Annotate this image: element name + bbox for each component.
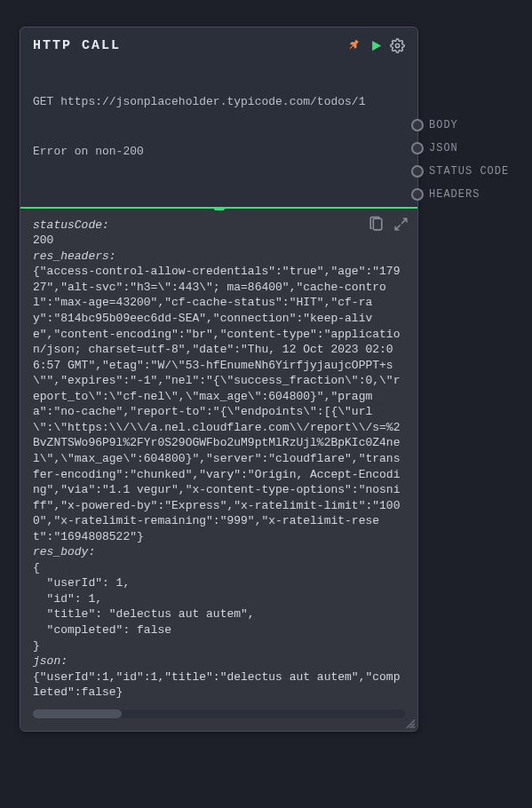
port-json[interactable]: JSON: [417, 142, 509, 154]
section-divider: [20, 205, 417, 210]
port-label: BODY: [429, 119, 458, 131]
resize-handle-icon[interactable]: [403, 717, 416, 729]
port-dot-icon[interactable]: [411, 142, 424, 154]
port-headers[interactable]: HEADERS: [417, 188, 509, 201]
horizontal-scrollbar[interactable]: [33, 709, 405, 718]
port-dot-icon[interactable]: [411, 165, 424, 178]
res-body-value: { "userId": 1, "id": 1, "title": "delect…: [33, 560, 401, 654]
output-body: statusCode: 200 res_headers: {"access-co…: [33, 218, 405, 701]
node-config[interactable]: GET https://jsonplaceholder.typicode.com…: [20, 57, 417, 205]
gear-icon[interactable]: [390, 38, 405, 53]
svg-point-0: [395, 44, 399, 47]
node-title: HTTP CALL: [33, 38, 340, 53]
pin-icon[interactable]: [347, 38, 362, 53]
port-dot-icon[interactable]: [411, 188, 424, 201]
scrollbar-thumb[interactable]: [33, 709, 122, 718]
port-label: HEADERS: [429, 188, 480, 201]
port-status-code[interactable]: STATUS CODE: [417, 165, 509, 178]
port-dot-icon[interactable]: [411, 119, 424, 131]
port-label: STATUS CODE: [429, 165, 509, 178]
clipboard-icon[interactable]: [368, 216, 385, 233]
json-value: {"userId":1,"id":1,"title":"delectus aut…: [33, 669, 401, 701]
http-call-node[interactable]: HTTP CALL GET https://jsonplaceholder.ty…: [20, 27, 418, 732]
status-code-value: 200: [33, 233, 401, 249]
expand-icon[interactable]: [393, 216, 409, 233]
port-body[interactable]: BODY: [417, 119, 509, 131]
json-label: json:: [33, 654, 401, 669]
node-header: HTTP CALL: [20, 28, 417, 57]
res-body-label: res_body:: [33, 544, 401, 560]
request-line: GET https://jsonplaceholder.typicode.com…: [33, 94, 405, 111]
output-ports: BODY JSON STATUS CODE HEADERS: [417, 119, 509, 201]
status-code-label: statusCode:: [33, 218, 401, 234]
svg-rect-1: [373, 218, 382, 230]
node-output: statusCode: 200 res_headers: {"access-co…: [20, 210, 417, 731]
res-headers-value: {"access-control-allow-credentials":"tru…: [33, 264, 401, 544]
option-line: Error on non-200: [33, 144, 405, 161]
port-label: JSON: [429, 142, 458, 154]
run-icon[interactable]: [369, 39, 383, 52]
res-headers-label: res_headers:: [33, 249, 401, 265]
